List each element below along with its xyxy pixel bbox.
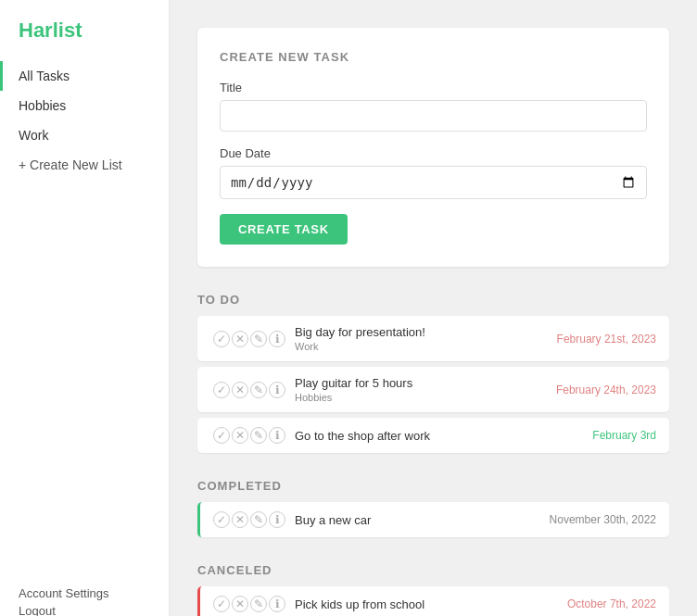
task-info-button[interactable]: ℹ <box>269 511 285 528</box>
task-content: Big day for presentation! Work <box>295 325 557 352</box>
sidebar: Harlist All Tasks Hobbies Work + Create … <box>0 0 170 616</box>
task-complete-button[interactable]: ✓ <box>213 331 230 347</box>
task-cancel-button[interactable]: ✕ <box>232 427 248 444</box>
task-title: Big day for presentation! <box>295 325 557 339</box>
task-list-tag: Work <box>295 341 557 352</box>
task-actions: ✓ ✕ ✎ ℹ <box>213 596 285 612</box>
due-date-input[interactable] <box>220 166 647 199</box>
todo-section: TO DO ✓ ✕ ✎ ℹ Big day for presentation! … <box>197 293 669 453</box>
create-task-button[interactable]: CREATE TASK <box>220 214 348 245</box>
task-edit-button[interactable]: ✎ <box>250 427 267 444</box>
task-title: Play guitar for 5 hours <box>295 376 556 390</box>
due-date-label: Due Date <box>220 146 647 160</box>
task-date: February 24th, 2023 <box>556 383 656 396</box>
task-title: Go to the shop after work <box>295 429 592 443</box>
task-cancel-button[interactable]: ✕ <box>232 511 248 528</box>
task-cancel-button[interactable]: ✕ <box>232 596 248 612</box>
task-date: October 7th, 2022 <box>567 597 656 610</box>
table-row: ✓ ✕ ✎ ℹ Go to the shop after work Februa… <box>197 418 669 453</box>
task-date: November 30th, 2022 <box>550 513 656 526</box>
create-new-list-link[interactable]: + Create New List <box>0 150 169 180</box>
sidebar-item-hobbies[interactable]: Hobbies <box>0 91 169 120</box>
task-actions: ✓ ✕ ✎ ℹ <box>213 382 285 398</box>
create-task-section-title: CREATE NEW TASK <box>220 50 647 64</box>
task-date: February 21st, 2023 <box>557 333 656 346</box>
table-row: ✓ ✕ ✎ ℹ Play guitar for 5 hours Hobbies … <box>197 367 669 412</box>
sidebar-item-all-tasks[interactable]: All Tasks <box>0 61 169 91</box>
sidebar-footer: Account Settings Logout © 2023 Solo Kay.… <box>0 577 169 616</box>
task-complete-button[interactable]: ✓ <box>213 382 230 398</box>
task-cancel-button[interactable]: ✕ <box>232 382 248 398</box>
logout-link[interactable]: Logout <box>19 604 150 616</box>
task-complete-button[interactable]: ✓ <box>213 511 230 528</box>
due-date-form-group: Due Date <box>220 146 647 199</box>
task-title: Buy a new car <box>295 513 550 527</box>
canceled-section-title: CANCELED <box>197 563 669 577</box>
task-complete-button[interactable]: ✓ <box>213 427 230 444</box>
task-title: Pick kids up from school <box>295 597 567 611</box>
completed-section: COMPLETED ✓ ✕ ✎ ℹ Buy a new car November… <box>197 479 669 537</box>
title-input[interactable] <box>220 100 647 132</box>
sidebar-item-work[interactable]: Work <box>0 120 169 150</box>
task-actions: ✓ ✕ ✎ ℹ <box>213 331 285 347</box>
app-logo: Harlist <box>0 19 169 61</box>
task-content: Pick kids up from school <box>295 597 567 611</box>
task-edit-button[interactable]: ✎ <box>250 596 267 612</box>
task-actions: ✓ ✕ ✎ ℹ <box>213 427 285 444</box>
task-content: Go to the shop after work <box>295 429 592 443</box>
table-row: ✓ ✕ ✎ ℹ Buy a new car November 30th, 202… <box>197 502 669 537</box>
task-content: Buy a new car <box>295 513 550 527</box>
todo-section-title: TO DO <box>197 293 669 307</box>
task-info-button[interactable]: ℹ <box>269 382 285 398</box>
canceled-section: CANCELED ✓ ✕ ✎ ℹ Pick kids up from schoo… <box>197 563 669 616</box>
task-cancel-button[interactable]: ✕ <box>232 331 248 347</box>
task-edit-button[interactable]: ✎ <box>250 331 267 347</box>
table-row: ✓ ✕ ✎ ℹ Pick kids up from school October… <box>197 586 669 616</box>
account-settings-link[interactable]: Account Settings <box>19 586 150 600</box>
table-row: ✓ ✕ ✎ ℹ Big day for presentation! Work F… <box>197 316 669 361</box>
task-info-button[interactable]: ℹ <box>269 331 285 347</box>
task-info-button[interactable]: ℹ <box>269 596 285 612</box>
title-form-group: Title <box>220 81 647 132</box>
task-complete-button[interactable]: ✓ <box>213 596 230 612</box>
task-date: February 3rd <box>592 429 656 442</box>
task-edit-button[interactable]: ✎ <box>250 382 267 398</box>
main-content: CREATE NEW TASK Title Due Date CREATE TA… <box>170 0 697 616</box>
create-task-card: CREATE NEW TASK Title Due Date CREATE TA… <box>197 28 669 267</box>
task-info-button[interactable]: ℹ <box>269 427 285 444</box>
task-actions: ✓ ✕ ✎ ℹ <box>213 511 285 528</box>
task-list-tag: Hobbies <box>295 392 556 403</box>
completed-section-title: COMPLETED <box>197 479 669 493</box>
task-edit-button[interactable]: ✎ <box>250 511 267 528</box>
task-content: Play guitar for 5 hours Hobbies <box>295 376 556 403</box>
sidebar-nav: All Tasks Hobbies Work + Create New List <box>0 61 169 577</box>
title-label: Title <box>220 81 647 94</box>
